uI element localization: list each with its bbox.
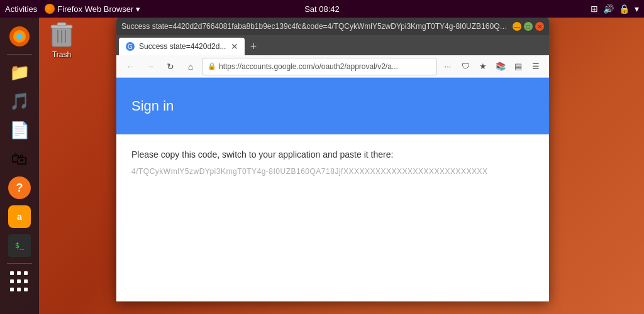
dock-divider-1 — [7, 54, 32, 55]
activities-button[interactable]: Activities — [5, 4, 37, 14]
writer-dock-icon: 📄 — [8, 119, 31, 141]
maximize-button[interactable]: □ — [524, 22, 533, 31]
back-button[interactable]: ← — [121, 58, 139, 75]
trash-label: Trash — [52, 50, 71, 59]
browser-titlebar: Success state=4420d2d7664081faba8b1b9ec1… — [116, 18, 549, 35]
sidebar-button[interactable]: ▤ — [510, 58, 526, 75]
window-controls: — □ ✕ — [513, 22, 544, 31]
dock-item-firefox[interactable] — [3, 23, 36, 50]
home-button[interactable]: ⌂ — [182, 58, 199, 75]
svg-point-2 — [16, 33, 23, 40]
volume-icon[interactable]: 🔊 — [603, 4, 614, 14]
tab-title: Success state=4420d2d... — [139, 42, 227, 51]
page-body: Please copy this code, switch to your ap… — [116, 134, 549, 301]
dock-item-writer[interactable]: 📄 — [3, 116, 36, 144]
dock-item-terminal[interactable]: $_ — [3, 232, 36, 259]
library-button[interactable]: 📚 — [492, 58, 509, 75]
system-menu-icon[interactable]: 🔒 — [619, 4, 630, 14]
address-bar[interactable]: 🔒 https://accounts.google.com/o/oauth2/a… — [202, 58, 437, 75]
window-title: Success state=4420d2d7664081faba8b1b9ec1… — [121, 22, 509, 31]
dock: 📁 🎵 📄 🛍 ? a $_ — [0, 18, 39, 314]
apps-grid-icon — [8, 270, 31, 293]
app-name-label: Firefox Web Browser — [57, 4, 133, 14]
bookmark-button[interactable]: ★ — [475, 58, 491, 75]
dock-item-apps[interactable] — [3, 268, 36, 295]
browser-navbar: ← → ↻ ⌂ 🔒 https://accounts.google.com/o/… — [116, 55, 549, 78]
page-code[interactable]: 4/TQCykWmlY5zwDYpi3KmgT0TY4g-8I0UZB160QA… — [131, 167, 534, 176]
close-button[interactable]: ✕ — [535, 22, 544, 31]
files-dock-icon: 📁 — [8, 61, 31, 84]
page-header: Sign in — [116, 78, 549, 134]
browser-window: Success state=4420d2d7664081faba8b1b9ec1… — [116, 18, 549, 301]
firefox-icon — [45, 4, 55, 14]
dock-item-help[interactable]: ? — [3, 174, 36, 202]
topbar: Activities Firefox Web Browser ▾ Sat 08:… — [0, 0, 644, 18]
app-menu-arrow: ▾ — [136, 4, 140, 14]
help-dock-icon: ? — [8, 176, 31, 199]
page-header-title: Sign in — [131, 98, 174, 114]
new-tab-button[interactable]: + — [245, 38, 262, 55]
clock: Sat 08:42 — [304, 4, 340, 14]
overflow-menu-button[interactable]: ··· — [440, 58, 456, 75]
amazon-dock-icon: a — [8, 205, 31, 228]
power-icon[interactable]: ▾ — [635, 4, 639, 14]
firefox-app-menu[interactable]: Firefox Web Browser ▾ — [45, 4, 140, 14]
firefox-dock-icon — [8, 25, 31, 48]
app-menu-button[interactable]: ☰ — [528, 58, 544, 75]
dock-divider-2 — [7, 263, 32, 264]
trash-icon — [48, 21, 75, 49]
dock-item-amazon[interactable]: a — [3, 203, 36, 230]
dock-item-rhythmbox[interactable]: 🎵 — [3, 87, 36, 115]
desktop: Activities Firefox Web Browser ▾ Sat 08:… — [0, 0, 644, 314]
pocket-button[interactable]: 🛡 — [457, 58, 474, 75]
dock-item-files[interactable]: 📁 — [3, 58, 36, 86]
browser-tabbar: G Success state=4420d2d... ✕ + — [116, 35, 549, 55]
tab-close-button[interactable]: ✕ — [231, 42, 238, 51]
dock-item-software[interactable]: 🛍 — [3, 145, 36, 173]
ssl-lock-icon: 🔒 — [208, 62, 216, 70]
url-text: https://accounts.google.com/o/oauth2/app… — [219, 62, 431, 71]
tab-favicon: G — [125, 41, 135, 51]
browser-tab-active[interactable]: G Success state=4420d2d... ✕ — [119, 38, 245, 55]
terminal-dock-icon: $_ — [8, 234, 31, 257]
software-dock-icon: 🛍 — [8, 148, 31, 170]
rhythmbox-dock-icon: 🎵 — [8, 90, 31, 112]
network-icon[interactable]: ⊞ — [591, 4, 598, 14]
reload-button[interactable]: ↻ — [162, 58, 179, 75]
forward-button[interactable]: → — [142, 58, 159, 75]
minimize-button[interactable]: — — [513, 22, 521, 31]
svg-rect-5 — [57, 23, 66, 26]
svg-text:G: G — [128, 43, 133, 50]
browser-content: Sign in Please copy this code, switch to… — [116, 78, 549, 301]
trash-desktop-icon[interactable]: Trash — [45, 19, 78, 62]
nav-extra-buttons: ··· 🛡 ★ 📚 ▤ ☰ — [440, 58, 544, 75]
page-instruction: Please copy this code, switch to your ap… — [131, 149, 534, 160]
